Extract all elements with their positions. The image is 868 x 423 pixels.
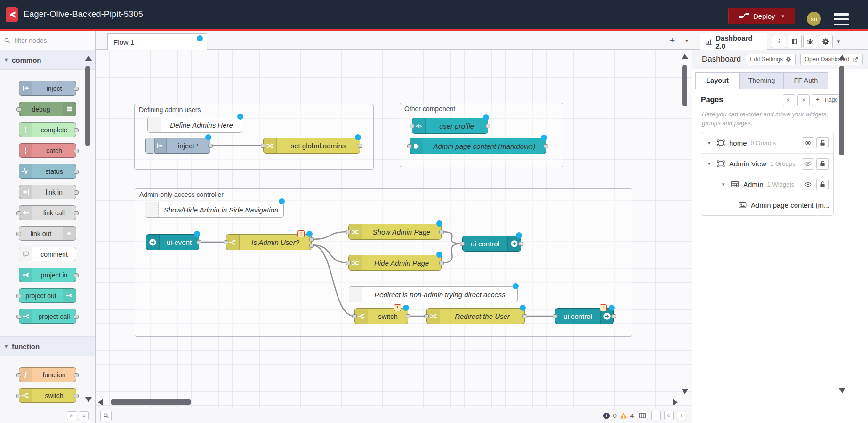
node-hide-admin-page[interactable]: Hide Admin Page — [348, 255, 442, 271]
move-down-button[interactable]: « — [797, 94, 810, 106]
collapse-all-button[interactable]: « — [67, 411, 77, 420]
deploy-button[interactable]: Deploy ▾ — [728, 8, 795, 24]
palette-scroll-down[interactable] — [85, 397, 92, 402]
info-tab-button[interactable]: i — [772, 35, 786, 48]
output-port[interactable] — [439, 230, 444, 234]
input-port[interactable] — [16, 373, 21, 377]
move-up-button[interactable]: « — [783, 94, 795, 106]
node-inject[interactable]: inject ¹ — [153, 138, 210, 154]
node-ui-control-top[interactable]: ui control — [462, 236, 521, 252]
node-project-in[interactable]: project in — [19, 268, 76, 282]
inject-button[interactable] — [145, 138, 155, 154]
zoom-in-button[interactable]: + — [677, 411, 686, 420]
output-port[interactable] — [544, 144, 548, 148]
input-port[interactable] — [16, 232, 21, 236]
open-dashboard-button[interactable]: Open Dashboard — [800, 54, 862, 65]
node-set-global-admins[interactable]: set global.admins — [263, 138, 360, 154]
wire-4[interactable] — [312, 245, 354, 316]
output-port[interactable] — [522, 314, 527, 318]
canvas-vscrollbar[interactable] — [682, 65, 687, 106]
canvas-scroll-right[interactable] — [673, 399, 678, 406]
node-function[interactable]: ffunction — [19, 367, 76, 382]
tree-row-admin-view[interactable]: ▾Admin View1 Groups — [701, 153, 833, 174]
node-define-admins-comment[interactable]: Define Admins Here — [147, 117, 242, 133]
output-port[interactable] — [358, 144, 362, 148]
add-flow-button[interactable]: + — [667, 36, 677, 46]
output-port[interactable] — [74, 373, 79, 377]
node-user-profile[interactable]: </>user profile — [412, 118, 488, 134]
output-port[interactable] — [74, 394, 79, 398]
chevron-down-icon[interactable]: ▾ — [722, 181, 729, 187]
input-port[interactable] — [346, 261, 351, 265]
node-link-in[interactable]: link in — [19, 185, 76, 199]
input-port[interactable] — [424, 314, 429, 318]
node-show-admin-page[interactable]: Show Admin Page — [348, 224, 442, 240]
node-debug[interactable]: debug — [19, 102, 76, 116]
node-switch[interactable]: switch! — [354, 308, 408, 324]
node-status[interactable]: status — [19, 164, 76, 179]
tree-row-admin-page-content-m[interactable]: Admin page content (m... — [701, 195, 833, 215]
input-port[interactable] — [224, 240, 228, 244]
input-port[interactable] — [16, 315, 21, 319]
input-port[interactable] — [553, 314, 557, 318]
lock-button[interactable] — [816, 137, 829, 148]
node-link-out[interactable]: link out — [19, 226, 76, 241]
canvas-scroll-left[interactable] — [98, 399, 103, 406]
node-project-out[interactable]: project out — [19, 288, 76, 303]
debug-tab-button[interactable] — [803, 35, 817, 48]
zoom-search-button[interactable] — [100, 411, 112, 421]
sidebar-scroll-down[interactable] — [839, 388, 845, 393]
output-port[interactable] — [439, 261, 444, 265]
node-redirect-the-user[interactable]: Redirect the User — [426, 308, 525, 324]
input-port[interactable] — [261, 144, 265, 148]
output-port[interactable] — [74, 87, 79, 91]
wire-2[interactable] — [312, 232, 348, 239]
lock-button[interactable] — [816, 179, 829, 190]
tab-theming[interactable]: Theming — [739, 72, 784, 89]
zoom-out-button[interactable]: − — [651, 411, 661, 420]
canvas-hscrollbar[interactable] — [111, 399, 191, 405]
output-port[interactable] — [611, 314, 616, 318]
add-page-button[interactable]: + Page — [812, 94, 842, 106]
node-admin-page-content[interactable]: Admin page content (markdown) — [410, 138, 546, 154]
node-complete[interactable]: complete — [19, 122, 76, 137]
node-link-call[interactable]: link call — [19, 205, 76, 220]
input-port[interactable] — [410, 124, 414, 128]
tab-flow-1[interactable]: Flow 1 — [107, 33, 207, 50]
navigator-toggle-button[interactable] — [637, 411, 648, 420]
filter-nodes-input[interactable] — [14, 36, 84, 45]
user-avatar[interactable]: su — [807, 12, 821, 26]
output-port[interactable] — [74, 149, 79, 153]
tab-ff-auth[interactable]: FF Auth — [784, 72, 828, 89]
flow-list-caret[interactable]: ▾ — [682, 36, 692, 46]
output-port[interactable] — [74, 211, 79, 215]
input-port[interactable] — [16, 211, 21, 215]
help-tab-button[interactable] — [788, 35, 802, 48]
tree-row-home[interactable]: ▾home0 Groups — [701, 132, 833, 153]
output-port[interactable] — [309, 237, 314, 242]
input-port[interactable] — [407, 144, 412, 148]
input-port[interactable] — [16, 394, 21, 398]
input-port[interactable] — [352, 314, 357, 318]
edit-settings-button[interactable]: Edit Settings — [746, 54, 796, 65]
sidebar-menu-caret[interactable]: ▾ — [837, 38, 840, 45]
tab-dashboard-2[interactable]: Dashboard 2.0 — [700, 33, 767, 50]
wire-3[interactable] — [312, 245, 348, 263]
output-port[interactable] — [486, 124, 490, 128]
node-ui-event[interactable]: ui-event — [146, 234, 199, 250]
main-menu-button[interactable] — [832, 13, 850, 26]
node-comment[interactable]: comment — [19, 247, 76, 261]
output-port[interactable] — [74, 315, 79, 319]
sidebar-scroll-up[interactable] — [839, 55, 845, 60]
output-port[interactable] — [309, 244, 314, 248]
expand-all-button[interactable]: « — [79, 411, 89, 420]
output-port[interactable] — [406, 314, 410, 318]
node-redirect-comment[interactable]: Redirect is non-admin trying direct acce… — [349, 286, 518, 302]
tab-layout[interactable]: Layout — [695, 72, 739, 89]
node-show-hide-comment[interactable]: Show/Hide Admin in Side Navigation — [145, 202, 284, 218]
node-catch[interactable]: catch — [19, 143, 76, 158]
config-tab-button[interactable] — [819, 35, 833, 48]
output-port[interactable] — [208, 144, 213, 148]
palette-search[interactable] — [0, 31, 96, 50]
tree-row-admin[interactable]: ▾Admin1 Widgets — [701, 174, 833, 195]
